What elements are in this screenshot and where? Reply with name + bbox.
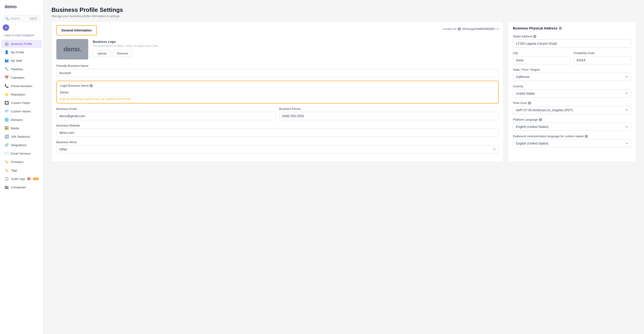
timezone-select[interactable]: GMT-07:00 America/Los_Angeles (PDT)	[513, 106, 631, 114]
main-content: Business Profile Settings Manage your bu…	[43, 0, 644, 334]
location-id-value: KDozLrjq14HwM7MWQiP1	[462, 27, 495, 30]
website-group: Business Website	[56, 124, 499, 137]
my-profile-icon: 👤	[4, 50, 9, 54]
city-label: City	[513, 51, 570, 55]
niche-select[interactable]: Other	[56, 145, 499, 154]
sidebar-item-label: Custom Fields	[11, 101, 30, 105]
sidebar-item-label: Email Services	[11, 152, 30, 155]
city-postal-row: City Postal/Zip Code	[513, 51, 631, 68]
domains-icon: 🌐	[4, 118, 9, 122]
sidebar-item-media[interactable]: 🖼️ Media	[1, 124, 42, 132]
outbound-lang-select[interactable]: English (United States)	[513, 139, 631, 148]
postal-input[interactable]	[574, 56, 631, 64]
state-select[interactable]: California	[513, 73, 631, 81]
upload-button[interactable]: Upload	[93, 50, 111, 57]
search-label: Search	[10, 17, 20, 20]
country-group: Country United States	[513, 84, 631, 98]
platform-lang-info-icon: i	[539, 118, 542, 121]
sidebar-item-label: Providers	[11, 160, 24, 164]
logo-info: Business Logo The proposed size is 350px…	[93, 39, 158, 57]
physical-address-panel: Business Physical Address i Street Addre…	[508, 22, 636, 162]
legal-name-wrapper: Legal Business Name i Enter the exact le…	[56, 81, 499, 104]
sidebar-item-custom-values[interactable]: 💎 Custom Values	[1, 107, 42, 115]
sidebar-item-tags[interactable]: 🏷️ Tags	[1, 166, 42, 174]
phone-input[interactable]	[279, 112, 499, 120]
country-select[interactable]: United States	[513, 89, 631, 98]
logo-preview: demo.	[56, 39, 88, 60]
postal-group: Postal/Zip Code	[574, 51, 631, 64]
sidebar-item-business-profile[interactable]: 🏢 Business Profile	[1, 40, 42, 48]
panel-body: demo. Business Logo The proposed size is…	[52, 39, 503, 162]
sidebar-item-custom-fields[interactable]: 🔲 Custom Fields	[1, 99, 42, 107]
platform-lang-select[interactable]: English (United States)	[513, 123, 631, 131]
sidebar-item-companies[interactable]: 🏬 Companies	[1, 183, 42, 191]
copy-icon[interactable]: ⧉	[497, 27, 499, 31]
back-navigation[interactable]: Back to main navigation	[0, 32, 43, 40]
url-redirects-icon: ↪️	[4, 134, 9, 138]
business-profile-icon: 🏢	[4, 42, 9, 46]
email-label: Business Email	[56, 107, 276, 110]
city-input[interactable]	[513, 56, 570, 64]
timezone-info-icon: i	[528, 102, 531, 105]
platform-lang-label: Platform Language i	[513, 118, 631, 121]
legal-name-label: Legal Business Name i	[60, 84, 495, 87]
postal-label: Postal/Zip Code	[574, 51, 631, 55]
reputation-icon: ⭐	[4, 92, 9, 96]
phone-numbers-icon: 📞	[4, 84, 9, 88]
sidebar: demo 🔍 Search ctrl K ⚡ Back to main navi…	[0, 0, 43, 334]
sidebar-item-label: My Profile	[11, 50, 24, 54]
sidebar-item-label: Calendars	[11, 76, 24, 79]
email-group: Business Email	[56, 107, 276, 120]
custom-values-icon: 💎	[4, 109, 9, 113]
city-group: City	[513, 51, 570, 64]
sidebar-item-label: URL Redirects	[11, 135, 30, 138]
sidebar-item-audit-logs[interactable]: 📋 Audit Logs 5 new	[1, 175, 42, 183]
audit-logs-icon: 📋	[4, 177, 9, 181]
sidebar-item-label: Phone Numbers	[11, 84, 32, 88]
legal-name-input[interactable]	[60, 89, 495, 96]
website-input[interactable]	[56, 128, 499, 137]
location-id-info-icon: i	[458, 27, 461, 30]
state-group: State / Prov / Region California	[513, 68, 631, 81]
street-input[interactable]	[513, 40, 631, 48]
calendars-icon: 📅	[4, 76, 9, 80]
sidebar-item-domains[interactable]: 🌐 Domains	[1, 116, 42, 124]
custom-fields-icon: 🔲	[4, 101, 9, 105]
sidebar-item-url-redirects[interactable]: ↪️ URL Redirects	[1, 132, 42, 141]
email-input[interactable]	[56, 112, 276, 120]
nav-badge-audit-logs: 5	[27, 177, 30, 180]
app-logo: demo	[0, 0, 43, 13]
sidebar-item-my-profile[interactable]: 👤 My Profile	[1, 48, 42, 56]
content-area: General Information Location ID i KDozLr…	[43, 22, 644, 170]
sidebar-item-label: Integrations	[11, 144, 26, 147]
legal-name-hint: Enter the exact legal business name, as …	[60, 98, 495, 100]
logo-section: demo. Business Logo The proposed size is…	[56, 39, 499, 60]
page-header: Business Profile Settings Manage your bu…	[43, 0, 644, 22]
sidebar-item-label: Media	[11, 126, 19, 130]
street-label: Street Address i	[513, 35, 631, 38]
nav-badge-new-audit-logs: new	[33, 178, 38, 180]
lightning-button[interactable]: ⚡	[3, 24, 9, 31]
logo-label: Business Logo	[93, 40, 158, 44]
sidebar-item-phone-numbers[interactable]: 📞 Phone Numbers	[1, 82, 42, 90]
tags-icon: 🏷️	[4, 168, 9, 172]
website-label: Business Website	[56, 124, 499, 127]
search-bar[interactable]: 🔍 Search ctrl K	[3, 15, 40, 22]
sidebar-item-pipelines[interactable]: 🔧 Pipelines	[1, 65, 42, 73]
sidebar-item-label: Reputation	[11, 93, 25, 96]
remove-button[interactable]: Remove	[113, 50, 132, 57]
sidebar-item-my-staff[interactable]: 👥 My Staff	[1, 56, 42, 65]
friendly-name-input[interactable]	[56, 69, 499, 77]
search-icon: 🔍	[5, 17, 9, 20]
sidebar-item-calendars[interactable]: 📅 Calendars	[1, 74, 42, 82]
phone-label: Business Phone	[279, 107, 499, 110]
sidebar-item-email-services[interactable]: ✉️ Email Services	[1, 149, 42, 158]
sidebar-item-integrations[interactable]: 🔗 Integrations	[1, 141, 42, 149]
state-label: State / Prov / Region	[513, 68, 631, 71]
general-info-tab[interactable]: General Information	[56, 25, 97, 35]
sidebar-item-providers[interactable]: 🏷️ Providers	[1, 158, 42, 166]
email-phone-row: Business Email Business Phone	[56, 107, 499, 124]
outbound-lang-info-icon: i	[585, 135, 588, 138]
sidebar-item-reputation[interactable]: ⭐ Reputation	[1, 90, 42, 98]
country-label: Country	[513, 84, 631, 88]
